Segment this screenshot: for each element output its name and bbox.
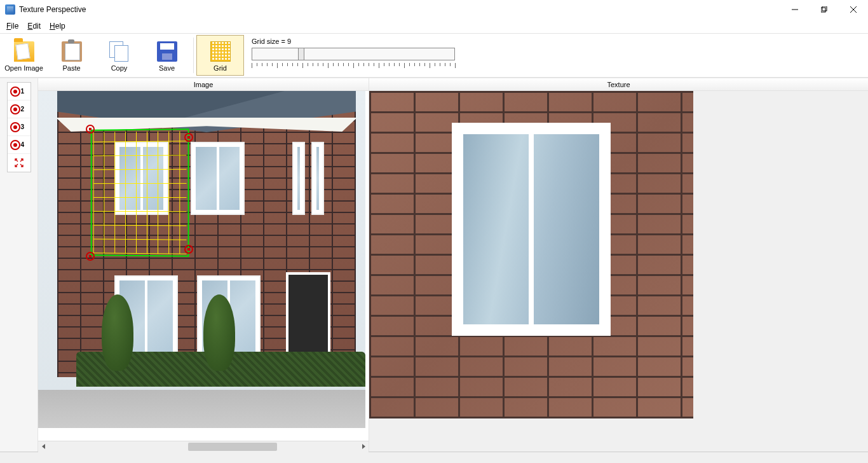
point-4-label: 4 (21, 141, 25, 148)
open-image-label: Open Image (4, 64, 43, 72)
side-toolbar: 1 2 3 4 (0, 78, 38, 452)
point-3-label: 3 (21, 123, 25, 130)
window-controls (780, 0, 868, 19)
horizontal-scrollbar[interactable] (38, 441, 369, 452)
maximize-button[interactable] (810, 0, 839, 19)
grid-size-value: 9 (287, 38, 291, 45)
target-icon (10, 140, 20, 150)
paste-button[interactable]: Paste (48, 35, 95, 76)
target-icon (10, 104, 20, 114)
toolbar-separator (193, 38, 194, 73)
point-selector-group: 1 2 3 4 (7, 82, 31, 172)
expand-icon (14, 158, 24, 168)
window-title: Texture Perspective (19, 5, 780, 14)
scroll-right-button[interactable] (358, 441, 369, 452)
scroll-thumb[interactable] (188, 443, 277, 451)
statusbar (0, 452, 868, 463)
menu-help-label: Help (50, 22, 65, 31)
open-image-button[interactable]: Open Image (0, 35, 48, 76)
slider-ticks (252, 63, 455, 69)
point-4-button[interactable]: 4 (8, 136, 31, 154)
paste-icon (62, 41, 82, 62)
grid-size-slider[interactable] (252, 48, 455, 60)
texture-output-image (369, 91, 693, 418)
menu-edit-label: Edit (27, 22, 41, 31)
panels: Image Texture (38, 78, 868, 452)
scroll-left-button[interactable] (38, 441, 49, 452)
texture-panel-header: Texture (369, 78, 868, 90)
image-panel (38, 91, 369, 452)
fit-view-button[interactable] (8, 154, 31, 172)
svg-marker-10 (362, 444, 365, 449)
point-1-label: 1 (21, 88, 25, 95)
copy-label: Copy (111, 64, 128, 72)
slider-thumb[interactable] (298, 48, 304, 60)
image-viewport[interactable] (38, 91, 369, 441)
minimize-button[interactable] (780, 0, 810, 19)
copy-button[interactable]: Copy (95, 35, 143, 76)
panel-headers: Image Texture (38, 78, 868, 91)
svg-rect-1 (821, 8, 825, 12)
menu-help[interactable]: Help (46, 20, 69, 32)
copy-icon (109, 41, 130, 62)
grid-button[interactable]: Grid (196, 35, 244, 76)
workspace: 1 2 3 4 Image Texture (0, 78, 868, 452)
grid-size-control: Grid size = 9 (244, 35, 463, 76)
menubar: File Edit Help (0, 19, 868, 33)
app-icon (5, 4, 15, 15)
texture-panel (369, 91, 868, 452)
toolbar: Open Image Paste Copy Save Grid Grid siz… (0, 33, 868, 78)
point-2-button[interactable]: 2 (8, 100, 31, 118)
save-label: Save (159, 64, 175, 72)
grid-icon (210, 41, 231, 62)
grid-size-label-row: Grid size = 9 (252, 38, 455, 45)
close-button[interactable] (839, 0, 868, 19)
svg-rect-2 (822, 6, 827, 11)
save-button[interactable]: Save (143, 35, 191, 76)
scroll-track[interactable] (49, 441, 358, 452)
menu-file[interactable]: File (3, 20, 22, 32)
folder-icon (14, 41, 34, 62)
save-icon (157, 41, 177, 62)
point-1-button[interactable]: 1 (8, 83, 31, 100)
grid-size-label: Grid size = (252, 38, 285, 45)
point-3-button[interactable]: 3 (8, 118, 31, 136)
menu-edit[interactable]: Edit (24, 20, 44, 32)
source-image (38, 91, 365, 428)
texture-viewport[interactable] (369, 91, 868, 452)
target-icon (10, 122, 20, 132)
image-panel-header: Image (38, 78, 369, 90)
titlebar: Texture Perspective (0, 0, 868, 19)
grid-label: Grid (214, 64, 227, 72)
target-icon (10, 86, 20, 97)
point-2-label: 2 (21, 106, 25, 113)
svg-marker-9 (42, 444, 45, 449)
menu-file-label: File (6, 22, 18, 31)
paste-label: Paste (62, 64, 80, 72)
